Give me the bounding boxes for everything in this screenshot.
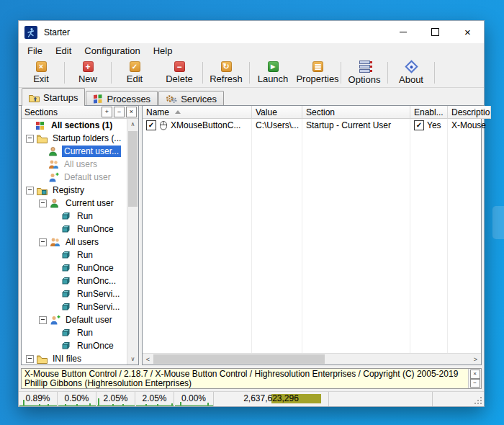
delete-button[interactable]: −Delete <box>157 58 202 87</box>
tree-expander[interactable] <box>26 355 34 363</box>
status-cell-0: 0.89% <box>19 392 58 406</box>
reg-icon <box>61 212 70 220</box>
launch-button-label: Launch <box>258 73 289 84</box>
new-button[interactable]: +New <box>66 58 110 87</box>
column-header-section[interactable]: Section <box>302 106 410 119</box>
folder-icon <box>37 134 48 143</box>
exit-icon: × <box>36 61 47 72</box>
tree-item-label: RunServi... <box>75 301 122 313</box>
close-button[interactable]: × <box>451 21 484 43</box>
check-icon: ✓ <box>148 122 154 129</box>
tree-item-runonce[interactable]: RunOnce <box>22 261 127 274</box>
column-gridline <box>447 119 448 354</box>
properties-button[interactable]: Properties <box>295 58 340 87</box>
tree-item-runonce[interactable]: RunOnce <box>22 339 127 352</box>
scroll-left-button[interactable]: < <box>143 354 153 364</box>
edit-icon: ✓ <box>130 61 140 72</box>
tree-scrollbar[interactable]: ∧ ∨ <box>127 119 138 364</box>
column-gridline <box>410 119 410 354</box>
minimize-button[interactable] <box>387 21 419 43</box>
close-panel-button[interactable]: × <box>126 107 137 117</box>
tree-item-runservi[interactable]: RunServi... <box>22 300 127 313</box>
refresh-button-label: Refresh <box>210 73 243 84</box>
column-header-descriptio[interactable]: Descriptio <box>448 106 491 119</box>
tree-item-label: INI files <box>50 353 84 364</box>
reg-icon <box>61 303 70 311</box>
exit-button-label: Exit <box>33 73 49 84</box>
tree-expander[interactable] <box>39 316 47 324</box>
tree-item-runonc[interactable]: RunOnc... <box>22 274 127 287</box>
tree-expander[interactable] <box>39 238 47 246</box>
reg-icon <box>61 341 70 350</box>
collapse-all-button[interactable]: − <box>114 107 125 117</box>
tree-expander[interactable] <box>26 187 34 194</box>
row-cell-name: ✓XMouseButtonC... <box>143 120 252 130</box>
edit-button-label: Edit <box>127 73 143 84</box>
expand-all-button[interactable]: + <box>102 107 112 117</box>
scroll-down-button[interactable]: ∨ <box>127 354 138 364</box>
edit-button[interactable]: ✓Edit <box>112 58 157 87</box>
tree-item-registry[interactable]: Registry <box>22 184 127 197</box>
tree-item-run[interactable]: Run <box>22 210 127 223</box>
options-button[interactable]: Options <box>342 58 387 87</box>
scroll-right-button[interactable]: > <box>470 354 481 364</box>
launch-button[interactable]: ▶Launch <box>251 58 295 87</box>
caption-buttons: × <box>387 21 484 43</box>
tree-item-default-user[interactable]: Default user <box>22 313 127 326</box>
tree-expander[interactable] <box>26 135 34 143</box>
status-cell-text: 2.05% <box>103 393 127 403</box>
tree-item-default-user[interactable]: Default user <box>22 171 127 184</box>
app-window: Starter × FileEditConfigurationHelp ×Exi… <box>18 20 485 407</box>
reg-icon <box>61 251 70 259</box>
tree-item-ini-files[interactable]: INI files <box>22 352 127 364</box>
column-header-value[interactable]: Value <box>252 106 302 119</box>
menu-edit[interactable]: Edit <box>49 44 78 58</box>
delete-icon: − <box>174 61 185 72</box>
tree-item-label: Default user <box>63 314 114 326</box>
info-collapse-button[interactable]: − <box>470 379 480 388</box>
horizontal-scrollbar[interactable]: < > <box>143 353 481 364</box>
info-close-button[interactable]: × <box>470 370 480 379</box>
tab-processes[interactable]: Processes <box>86 91 158 106</box>
gears-icon <box>166 94 177 104</box>
table-row[interactable]: ✓XMouseButtonC...C:\Users\...Startup - C… <box>143 119 481 132</box>
sections-tree: All sections (1)Startup folders (...Curr… <box>22 119 127 364</box>
tree-item-all-users[interactable]: All users <box>22 158 127 171</box>
tree-item-startup-folders[interactable]: Startup folders (... <box>22 132 127 145</box>
tree-item-label: RunOnce <box>75 340 116 352</box>
exit-button[interactable]: ×Exit <box>19 58 63 87</box>
horizontal-scrollbar-thumb[interactable] <box>153 354 325 364</box>
column-header-name[interactable]: Name <box>143 106 252 119</box>
row-cell-value: C:\Users\... <box>252 120 302 130</box>
row-yes-checkbox[interactable]: ✓ <box>414 120 424 130</box>
about-button[interactable]: About <box>389 58 433 87</box>
tree-item-runonce[interactable]: RunOnce <box>22 223 127 236</box>
maximize-button[interactable] <box>419 21 451 43</box>
menu-configuration[interactable]: Configuration <box>78 44 146 58</box>
tree-scrollbar-thumb[interactable] <box>128 131 138 207</box>
flag-icon <box>35 121 45 130</box>
status-cell-text: 2.05% <box>142 393 166 403</box>
menu-file[interactable]: File <box>21 44 49 58</box>
tree-item-all-users[interactable]: All users <box>22 236 127 249</box>
column-header-enabl[interactable]: Enabl... <box>410 106 448 119</box>
status-cell-text: 0.89% <box>25 393 50 403</box>
reg-icon <box>61 225 70 233</box>
row-enabled-checkbox[interactable]: ✓ <box>146 120 156 130</box>
tree-item-run[interactable]: Run <box>22 249 127 261</box>
tree-item-label: Current user... <box>62 146 121 157</box>
tree-item-all-sections-1[interactable]: All sections (1) <box>22 119 127 132</box>
refresh-button[interactable]: ↻Refresh <box>204 58 248 87</box>
tree-item-current-user[interactable]: Current user... <box>22 145 127 158</box>
tree-expander[interactable] <box>39 200 47 207</box>
tree-item-runservi[interactable]: RunServi... <box>22 287 127 300</box>
status-cell-2: 2.05% <box>96 392 135 406</box>
tab-startups[interactable]: Startups <box>22 88 85 106</box>
menu-help[interactable]: Help <box>147 44 179 58</box>
tab-services[interactable]: Services <box>158 91 224 106</box>
scroll-up-button[interactable]: ∧ <box>127 119 138 130</box>
column-gridline <box>251 119 252 354</box>
tree-item-current-user[interactable]: Current user <box>22 197 127 210</box>
tree-item-run[interactable]: Run <box>22 326 127 339</box>
resize-grip[interactable] <box>480 403 482 404</box>
